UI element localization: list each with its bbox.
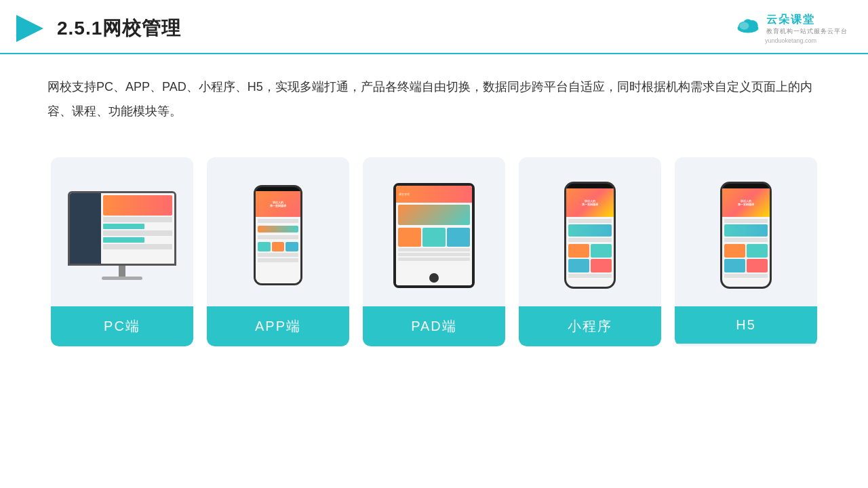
brand-tagline: 教育机构一站式服务云平台 <box>766 27 848 36</box>
cloud-icon <box>734 14 762 35</box>
logo-arrow-icon <box>14 12 46 45</box>
header: 2.5.1网校管理 云朵课堂 教育机构一站式服务云平台 yunduoketang… <box>0 0 868 54</box>
card-h5-label: H5 <box>675 306 817 344</box>
brand-name: 云朵课堂 <box>766 13 848 27</box>
card-app-image: 职达人的第一堂刷题课 <box>207 157 349 306</box>
svg-point-5 <box>739 22 749 30</box>
card-miniprogram-image: 职达人的第一堂刷题课 <box>519 157 661 306</box>
card-miniprogram-label: 小程序 <box>519 306 661 346</box>
card-pad-image: 课堂管理 <box>363 157 505 306</box>
card-miniprogram: 职达人的第一堂刷题课 <box>519 157 661 346</box>
cards-container: PC端 职达人的第一堂刷题课 <box>0 137 868 360</box>
header-left: 2.5.1网校管理 <box>14 12 181 45</box>
card-h5-image: 职达人的第一堂刷题课 <box>675 157 817 306</box>
brand-logo: 云朵课堂 教育机构一站式服务云平台 <box>734 13 848 36</box>
pc-monitor-icon <box>68 191 176 280</box>
description-text: 网校支持PC、APP、PAD、小程序、H5，实现多端打通，产品各终端自由切换，数… <box>0 54 868 130</box>
card-app: 职达人的第一堂刷题课 <box>207 157 349 346</box>
brand-text-block: 云朵课堂 教育机构一站式服务云平台 <box>766 13 848 36</box>
card-pc-label: PC端 <box>51 306 193 346</box>
card-h5: 职达人的第一堂刷题课 <box>675 157 817 346</box>
card-pad-label: PAD端 <box>363 306 505 346</box>
brand-logo-area: 云朵课堂 教育机构一站式服务云平台 yunduoketang.com <box>734 13 848 44</box>
description-content: 网校支持PC、APP、PAD、小程序、H5，实现多端打通，产品各终端自由切换，数… <box>47 80 812 118</box>
miniprogram-phone-icon: 职达人的第一堂刷题课 <box>564 182 616 289</box>
app-phone-icon: 职达人的第一堂刷题课 <box>254 185 302 285</box>
h5-phone-icon: 职达人的第一堂刷题课 <box>720 182 772 289</box>
card-pad: 课堂管理 PAD端 <box>363 157 505 346</box>
card-pc-image <box>51 157 193 306</box>
page-title: 2.5.1网校管理 <box>57 16 181 41</box>
brand-url: yunduoketang.com <box>765 37 816 44</box>
svg-marker-0 <box>16 15 43 42</box>
pad-tablet-icon: 课堂管理 <box>393 183 475 288</box>
card-app-label: APP端 <box>207 306 349 346</box>
card-pc: PC端 <box>51 157 193 346</box>
